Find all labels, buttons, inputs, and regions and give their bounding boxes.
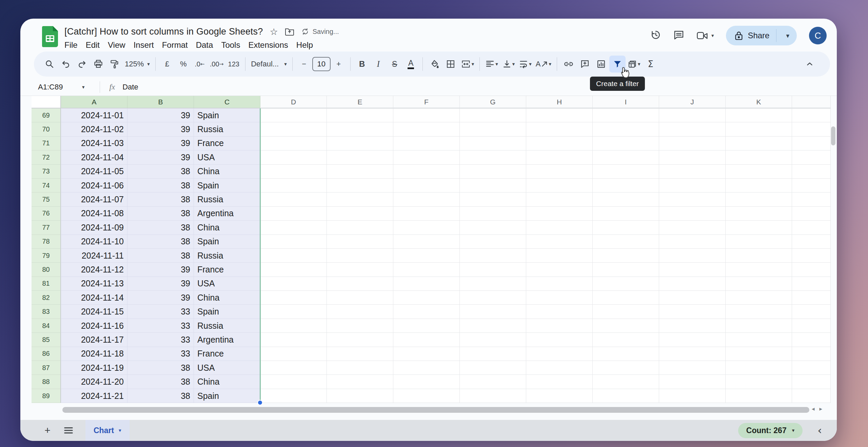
cell-C89[interactable]: Spain [194, 389, 260, 403]
cell-K73[interactable] [726, 165, 792, 179]
cell-F83[interactable] [393, 305, 460, 319]
row-header-70[interactable]: 70 [32, 122, 61, 136]
hide-toolbar-icon[interactable] [802, 56, 818, 73]
cell-G88[interactable] [460, 375, 526, 389]
font-select[interactable]: Defaul... ▾ [249, 56, 289, 73]
cell-H78[interactable] [526, 235, 593, 249]
cell-F79[interactable] [393, 249, 460, 263]
cell-partial-71[interactable] [792, 137, 831, 150]
cell-D79[interactable] [260, 249, 327, 263]
row-header-83[interactable]: 83 [32, 305, 61, 319]
row-header-69[interactable]: 69 [32, 108, 61, 122]
cell-G74[interactable] [460, 179, 526, 192]
column-header-e[interactable]: E [327, 96, 393, 108]
cell-F87[interactable] [393, 361, 460, 375]
cell-F71[interactable] [393, 137, 460, 150]
cell-F86[interactable] [393, 347, 460, 361]
cell-A71[interactable]: 2024-11-03 [61, 137, 127, 150]
cell-J76[interactable] [659, 207, 726, 221]
cell-A84[interactable]: 2024-11-16 [61, 319, 127, 333]
cell-J89[interactable] [659, 389, 726, 403]
column-header-g[interactable]: G [460, 96, 526, 108]
cell-J71[interactable] [659, 137, 726, 150]
cell-J85[interactable] [659, 333, 726, 347]
cell-F80[interactable] [393, 263, 460, 277]
version-history-icon[interactable] [650, 29, 661, 42]
cell-partial-80[interactable] [792, 263, 831, 277]
cell-F88[interactable] [393, 375, 460, 389]
cell-D76[interactable] [260, 207, 327, 221]
row-header-80[interactable]: 80 [32, 263, 61, 277]
row-header-88[interactable]: 88 [32, 375, 61, 389]
horizontal-scrollbar[interactable] [62, 407, 809, 413]
cell-A85[interactable]: 2024-11-17 [61, 333, 127, 347]
cell-I83[interactable] [593, 305, 659, 319]
cell-J69[interactable] [659, 108, 726, 122]
row-header-79[interactable]: 79 [32, 249, 61, 263]
cell-G85[interactable] [460, 333, 526, 347]
cell-A87[interactable]: 2024-11-19 [61, 361, 127, 375]
cell-K82[interactable] [726, 291, 792, 305]
cell-partial-85[interactable] [792, 333, 831, 347]
cell-A70[interactable]: 2024-11-02 [61, 122, 127, 136]
cell-K88[interactable] [726, 375, 792, 389]
cell-partial-75[interactable] [792, 192, 831, 206]
cell-C71[interactable]: France [194, 137, 260, 150]
cell-E85[interactable] [327, 333, 393, 347]
cell-A89[interactable]: 2024-11-21 [61, 389, 127, 403]
cell-F89[interactable] [393, 389, 460, 403]
cell-K75[interactable] [726, 192, 792, 206]
cell-H86[interactable] [526, 347, 593, 361]
selection-fill-handle[interactable] [257, 400, 263, 405]
cell-J74[interactable] [659, 179, 726, 192]
google-sheets-logo[interactable] [42, 26, 58, 47]
currency-format-button[interactable]: £ [159, 56, 175, 73]
cell-G70[interactable] [460, 122, 526, 136]
cell-B88[interactable]: 38 [127, 375, 194, 389]
row-header-89[interactable]: 89 [32, 389, 61, 403]
cell-G80[interactable] [460, 263, 526, 277]
row-header-86[interactable]: 86 [32, 347, 61, 361]
text-wrap-button[interactable]: ▾ [517, 56, 534, 73]
cell-H80[interactable] [526, 263, 593, 277]
cell-C81[interactable]: USA [194, 277, 260, 291]
cell-I86[interactable] [593, 347, 659, 361]
column-header-k[interactable]: K [726, 96, 792, 108]
cell-H70[interactable] [526, 122, 593, 136]
cell-A73[interactable]: 2024-11-05 [61, 165, 127, 179]
cell-J79[interactable] [659, 249, 726, 263]
cell-F69[interactable] [393, 108, 460, 122]
cell-C85[interactable]: Argentina [194, 333, 260, 347]
column-header-i[interactable]: I [593, 96, 659, 108]
scroll-right-icon[interactable]: ▸ [820, 405, 823, 412]
cell-partial-78[interactable] [792, 235, 831, 249]
column-header-j[interactable]: J [659, 96, 726, 108]
decrease-font-size-button[interactable]: − [296, 56, 312, 73]
move-to-folder-icon[interactable] [285, 27, 294, 36]
cell-K83[interactable] [726, 305, 792, 319]
cell-G83[interactable] [460, 305, 526, 319]
cell-D80[interactable] [260, 263, 327, 277]
cell-partial-89[interactable] [792, 389, 831, 403]
star-icon[interactable]: ☆ [270, 27, 278, 36]
column-header-f[interactable]: F [393, 96, 460, 108]
cell-partial-73[interactable] [792, 165, 831, 179]
cell-A77[interactable]: 2024-11-09 [61, 221, 127, 235]
cell-H71[interactable] [526, 137, 593, 150]
column-header-a[interactable]: A [61, 96, 127, 108]
cell-A76[interactable]: 2024-11-08 [61, 207, 127, 221]
cell-G71[interactable] [460, 137, 526, 150]
cell-D89[interactable] [260, 389, 327, 403]
row-header-76[interactable]: 76 [32, 207, 61, 221]
cell-J75[interactable] [659, 192, 726, 206]
cell-G79[interactable] [460, 249, 526, 263]
cell-D82[interactable] [260, 291, 327, 305]
row-header-87[interactable]: 87 [32, 361, 61, 375]
cell-E78[interactable] [327, 235, 393, 249]
menu-edit[interactable]: Edit [82, 39, 104, 51]
cell-F84[interactable] [393, 319, 460, 333]
cell-D74[interactable] [260, 179, 327, 192]
search-icon[interactable] [41, 56, 58, 73]
cell-C73[interactable]: China [194, 165, 260, 179]
cell-B77[interactable]: 38 [127, 221, 194, 235]
